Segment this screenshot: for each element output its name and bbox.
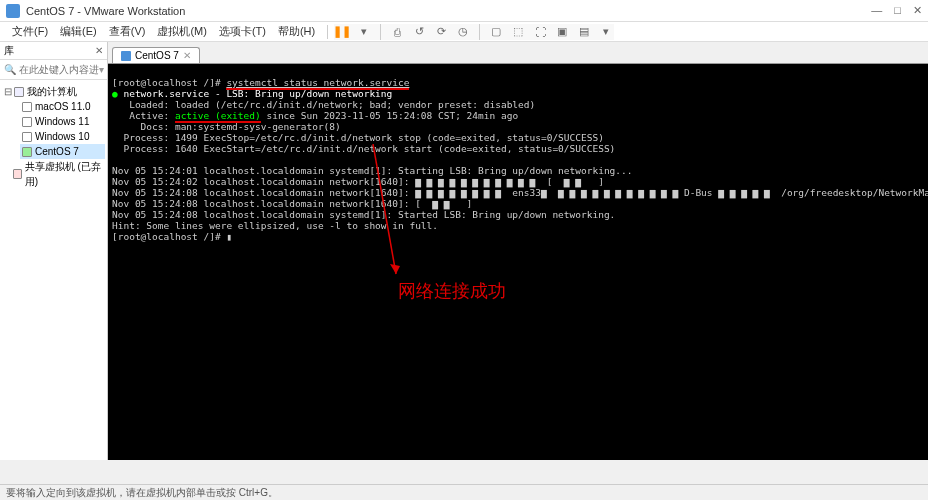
- tree-root[interactable]: ⊟我的计算机: [2, 84, 105, 99]
- sidebar-title: 库: [4, 44, 14, 58]
- manage-icon[interactable]: ⟳: [433, 24, 449, 40]
- vm-console[interactable]: [root@localhost /]# systemctl status net…: [108, 64, 928, 460]
- menu-vm[interactable]: 虚拟机(M): [151, 24, 213, 39]
- window-titlebar: CentOS 7 - VMware Workstation ― □ ✕: [0, 0, 928, 22]
- annotation-text: 网络连接成功: [398, 286, 506, 297]
- dropdown-icon[interactable]: ▾: [356, 24, 372, 40]
- search-icon: 🔍: [4, 64, 16, 75]
- menu-help[interactable]: 帮助(H): [272, 24, 321, 39]
- console-icon[interactable]: ▢: [488, 24, 504, 40]
- settings-icon[interactable]: ◷: [455, 24, 471, 40]
- window-controls: ― □ ✕: [871, 4, 922, 17]
- maximize-button[interactable]: □: [894, 4, 901, 17]
- close-button[interactable]: ✕: [913, 4, 922, 17]
- content-area: CentOS 7 ✕ [root@localhost /]# systemctl…: [108, 42, 928, 460]
- tab-centos7[interactable]: CentOS 7 ✕: [112, 47, 200, 63]
- tab-close-icon[interactable]: ✕: [183, 50, 191, 61]
- status-bar: 要将输入定向到该虚拟机，请在虚拟机内部单击或按 Ctrl+G。: [0, 484, 928, 500]
- menu-edit[interactable]: 编辑(E): [54, 24, 103, 39]
- search-input[interactable]: [19, 64, 99, 75]
- vm-tree: ⊟我的计算机 macOS 11.0 Windows 11 Windows 10 …: [0, 80, 107, 193]
- sidebar-search: 🔍 ▾: [0, 60, 107, 80]
- svg-marker-1: [390, 264, 400, 274]
- tree-item-centos7[interactable]: CentOS 7: [20, 144, 105, 159]
- sidebar-close-icon[interactable]: ✕: [95, 45, 103, 56]
- toolbar: ❚❚ ▾ ⎙ ↺ ⟳ ◷ ▢ ⬚ ⛶ ▣ ▤ ▾: [334, 24, 614, 40]
- app-icon: [6, 4, 20, 18]
- menu-tabs[interactable]: 选项卡(T): [213, 24, 272, 39]
- dropdown2-icon[interactable]: ▾: [598, 24, 614, 40]
- tab-icon: [121, 51, 131, 61]
- view-icon[interactable]: ▣: [554, 24, 570, 40]
- status-text: 要将输入定向到该虚拟机，请在虚拟机内部单击或按 Ctrl+G。: [6, 487, 278, 498]
- menu-file[interactable]: 文件(F): [6, 24, 54, 39]
- view2-icon[interactable]: ▤: [576, 24, 592, 40]
- tab-strip: CentOS 7 ✕: [108, 42, 928, 64]
- search-dropdown-icon[interactable]: ▾: [99, 64, 104, 75]
- menu-view[interactable]: 查看(V): [103, 24, 152, 39]
- tree-item-macos[interactable]: macOS 11.0: [20, 99, 105, 114]
- main-area: 库 ✕ 🔍 ▾ ⊟我的计算机 macOS 11.0 Windows 11 Win…: [0, 42, 928, 460]
- tree-item-win10[interactable]: Windows 10: [20, 129, 105, 144]
- snapshot-icon[interactable]: ⎙: [389, 24, 405, 40]
- fullscreen-icon[interactable]: ⛶: [532, 24, 548, 40]
- window-title: CentOS 7 - VMware Workstation: [26, 5, 871, 17]
- menu-bar: 文件(F) 编辑(E) 查看(V) 虚拟机(M) 选项卡(T) 帮助(H) ❚❚…: [0, 22, 928, 42]
- separator: [327, 25, 328, 39]
- sidebar-header: 库 ✕: [0, 42, 107, 60]
- unity-icon[interactable]: ⬚: [510, 24, 526, 40]
- minimize-button[interactable]: ―: [871, 4, 882, 17]
- pause-button[interactable]: ❚❚: [334, 24, 350, 40]
- separator: [479, 24, 480, 40]
- revert-icon[interactable]: ↺: [411, 24, 427, 40]
- tree-shared[interactable]: 共享虚拟机 (已弃用): [2, 159, 105, 189]
- separator: [380, 24, 381, 40]
- tree-item-win11[interactable]: Windows 11: [20, 114, 105, 129]
- tab-label: CentOS 7: [135, 50, 179, 61]
- sidebar: 库 ✕ 🔍 ▾ ⊟我的计算机 macOS 11.0 Windows 11 Win…: [0, 42, 108, 460]
